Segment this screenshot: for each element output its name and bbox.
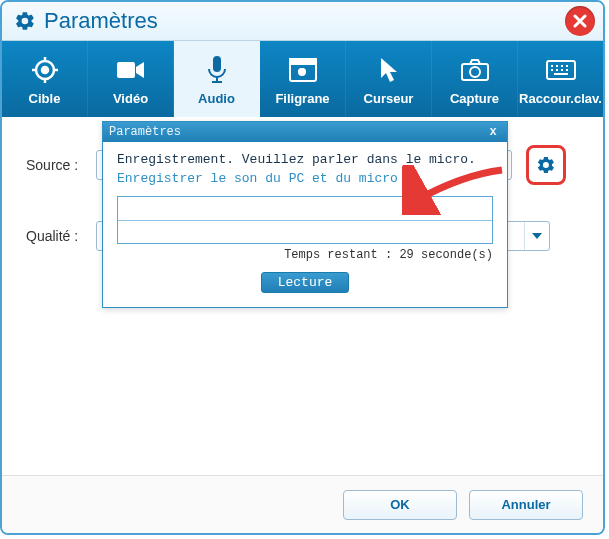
cursor-icon — [378, 53, 400, 87]
tab-filigrane[interactable]: Filigrane — [260, 41, 346, 117]
tab-video[interactable]: Vidéo — [88, 41, 174, 117]
tab-label: Cible — [29, 91, 61, 106]
source-label: Source : — [26, 157, 96, 173]
tab-label: Raccour.clav. — [519, 91, 602, 106]
popup-body: Enregistrement. Veuillez parler dans le … — [103, 142, 507, 307]
svg-point-12 — [295, 60, 297, 62]
footer: OK Annuler — [2, 475, 603, 533]
source-settings-button[interactable] — [526, 145, 566, 185]
recording-mode: Enregistrer le son du PC et du micro — [117, 171, 493, 186]
svg-point-13 — [299, 60, 301, 62]
tab-audio[interactable]: Audio — [174, 41, 260, 117]
play-button[interactable]: Lecture — [261, 272, 350, 293]
tab-label: Vidéo — [113, 91, 148, 106]
svg-point-1 — [42, 67, 48, 73]
recording-instruction: Enregistrement. Veuillez parler dans le … — [117, 152, 493, 167]
video-icon — [116, 53, 146, 87]
tab-label: Capture — [450, 91, 499, 106]
svg-point-17 — [470, 67, 480, 77]
tab-label: Audio — [198, 91, 235, 106]
popup-titlebar: Paramètres x — [103, 122, 507, 142]
cancel-button[interactable]: Annuler — [469, 490, 583, 520]
svg-rect-6 — [117, 62, 135, 78]
target-icon — [31, 53, 59, 87]
chevron-down-icon — [524, 222, 549, 250]
quality-label: Qualité : — [26, 228, 96, 244]
waveform-midline — [118, 220, 492, 221]
ok-button[interactable]: OK — [343, 490, 457, 520]
watermark-icon — [288, 53, 318, 87]
panel-audio: Source : Qualité : Paramètres x — [2, 117, 603, 476]
microphone-icon — [205, 53, 229, 87]
gear-icon — [14, 10, 36, 32]
tab-label: Filigrane — [275, 91, 329, 106]
tab-raccourcis[interactable]: Raccour.clav. — [518, 41, 603, 117]
svg-rect-7 — [213, 56, 221, 72]
tabs: Cible Vidéo Audio Filigrane Curseur — [2, 41, 603, 117]
window-title: Paramètres — [44, 8, 158, 34]
titlebar: Paramètres — [2, 2, 603, 41]
keyboard-icon — [545, 53, 577, 87]
tab-label: Curseur — [364, 91, 414, 106]
close-button[interactable] — [565, 6, 595, 36]
time-remaining: Temps restant : 29 seconde(s) — [117, 248, 493, 262]
popup-close-button[interactable]: x — [485, 125, 501, 139]
tab-capture[interactable]: Capture — [432, 41, 518, 117]
camera-icon — [460, 53, 490, 87]
tab-curseur[interactable]: Curseur — [346, 41, 432, 117]
recording-popup: Paramètres x Enregistrement. Veuillez pa… — [102, 121, 508, 308]
tab-cible[interactable]: Cible — [2, 41, 88, 117]
popup-title: Paramètres — [109, 125, 485, 139]
settings-window: Paramètres Cible Vidéo Audio — [0, 0, 605, 535]
svg-point-14 — [303, 60, 305, 62]
audio-waveform — [117, 196, 493, 244]
